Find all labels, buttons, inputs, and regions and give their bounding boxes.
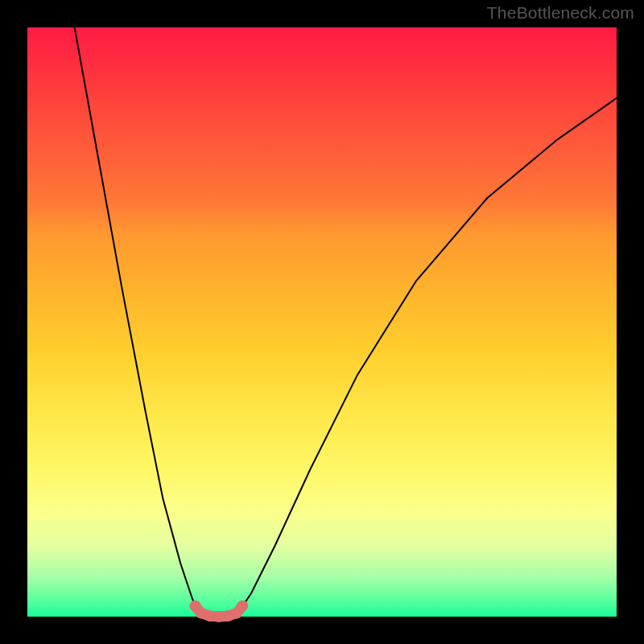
chart-svg <box>27 27 617 617</box>
chart-plot-area <box>27 27 617 617</box>
watermark-text: TheBottleneck.com <box>487 3 634 23</box>
curve-right-branch <box>235 98 617 616</box>
valley-dots-group <box>190 601 249 622</box>
curve-left-branch <box>75 27 204 616</box>
valley-dot <box>237 601 248 612</box>
